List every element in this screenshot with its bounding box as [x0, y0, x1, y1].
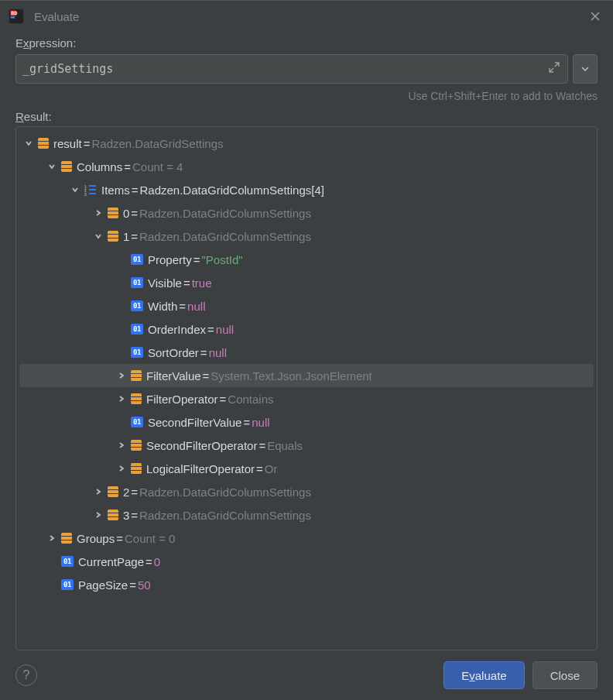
title-bar: RD Evaluate	[0, 1, 613, 32]
chevron-right-icon[interactable]	[115, 439, 128, 451]
tree-node-item-0[interactable]: 0 = Radzen.DataGridColumnSettings	[16, 201, 597, 225]
tree-node-item-1[interactable]: 1 = Radzen.DataGridColumnSettings	[16, 225, 597, 248]
tree-node-groups[interactable]: Groups = Count = 0	[16, 527, 597, 550]
tree-node-items[interactable]: 123 Items = Radzen.DataGridColumnSetting…	[16, 178, 597, 201]
chevron-down-icon[interactable]	[46, 160, 58, 173]
tree-node-pagesize[interactable]: 01 PageSize = 50	[16, 573, 597, 596]
tree-node-secondfilteroperator[interactable]: SecondFilterOperator = Equals	[16, 434, 597, 457]
evaluate-dialog: RD Evaluate Expression: _gridSettings Us…	[0, 0, 613, 700]
tree-node-filteroperator[interactable]: FilterOperator = Contains	[16, 387, 597, 410]
chevron-down-icon[interactable]	[92, 230, 104, 242]
primitive-icon: 01	[131, 347, 143, 358]
chevron-right-icon[interactable]	[115, 462, 128, 475]
tree-node-currentpage[interactable]: 01 CurrentPage = 0	[16, 550, 597, 573]
window-title: Evaluate	[34, 10, 588, 23]
result-tree[interactable]: result = Radzen.DataGridSettings Columns…	[15, 126, 598, 650]
primitive-icon: 01	[131, 277, 143, 288]
app-logo-icon: RD	[8, 8, 25, 25]
primitive-icon: 01	[131, 254, 143, 265]
object-icon	[108, 208, 118, 218]
chevron-right-icon[interactable]	[92, 509, 104, 521]
expression-value: _gridSettings	[22, 62, 113, 76]
tree-node-secondfiltervalue[interactable]: 01 SecondFilterValue = null	[16, 410, 597, 434]
dialog-footer: ? Evaluate Close	[0, 650, 613, 700]
chevron-right-icon[interactable]	[46, 532, 58, 544]
primitive-icon: 01	[131, 324, 143, 335]
chevron-down-icon[interactable]	[22, 137, 35, 149]
tree-node-orderindex[interactable]: 01 OrderIndex = null	[16, 317, 597, 341]
svg-text:RD: RD	[12, 11, 18, 15]
object-icon	[61, 161, 72, 172]
help-icon[interactable]: ?	[15, 664, 37, 686]
tree-node-result[interactable]: result = Radzen.DataGridSettings	[16, 132, 597, 155]
tree-node-sortorder[interactable]: 01 SortOrder = null	[16, 341, 597, 364]
tree-node-logicalfilteroperator[interactable]: LogicalFilterOperator = Or	[16, 457, 597, 480]
expression-history-dropdown[interactable]	[573, 54, 598, 84]
object-icon	[108, 510, 118, 520]
chevron-down-icon[interactable]	[69, 184, 81, 196]
object-icon	[131, 370, 142, 381]
object-icon	[131, 393, 142, 404]
svg-rect-9	[89, 193, 96, 194]
tree-node-item-3[interactable]: 3 = Radzen.DataGridColumnSettings	[16, 503, 597, 527]
svg-rect-2	[11, 16, 15, 19]
primitive-icon: 01	[61, 556, 74, 567]
object-icon	[108, 231, 118, 242]
object-icon	[131, 463, 142, 474]
expression-input[interactable]: _gridSettings	[15, 54, 568, 84]
svg-text:3: 3	[84, 192, 87, 196]
result-label: Result:	[15, 110, 598, 123]
object-icon	[108, 486, 118, 497]
chevron-right-icon[interactable]	[92, 207, 104, 219]
chevron-right-icon[interactable]	[115, 393, 128, 405]
close-icon[interactable]	[588, 9, 602, 23]
primitive-icon: 01	[61, 579, 74, 590]
svg-rect-7	[89, 185, 96, 187]
expand-icon[interactable]	[549, 62, 560, 76]
tree-node-columns[interactable]: Columns = Count = 4	[16, 155, 597, 178]
primitive-icon: 01	[131, 300, 143, 311]
tree-node-visible[interactable]: 01 Visible = true	[16, 271, 597, 294]
hint-text: Use Ctrl+Shift+Enter to add to Watches	[15, 90, 598, 102]
tree-node-property[interactable]: 01 Property = "PostId"	[16, 248, 597, 271]
primitive-icon: 01	[131, 417, 143, 427]
tree-node-item-2[interactable]: 2 = Radzen.DataGridColumnSettings	[16, 480, 597, 503]
evaluate-button[interactable]: Evaluate	[443, 661, 524, 689]
list-icon: 123	[84, 184, 97, 196]
chevron-right-icon[interactable]	[92, 486, 104, 498]
object-icon	[131, 440, 142, 451]
expression-label: Expression:	[15, 36, 598, 50]
close-button[interactable]: Close	[533, 661, 598, 689]
tree-node-width[interactable]: 01 Width = null	[16, 294, 597, 317]
tree-node-filtervalue[interactable]: FilterValue = System.Text.Json.JsonEleme…	[19, 364, 594, 387]
object-icon	[38, 138, 49, 149]
object-icon	[61, 533, 72, 544]
svg-rect-8	[89, 189, 96, 190]
chevron-right-icon[interactable]	[115, 369, 128, 382]
